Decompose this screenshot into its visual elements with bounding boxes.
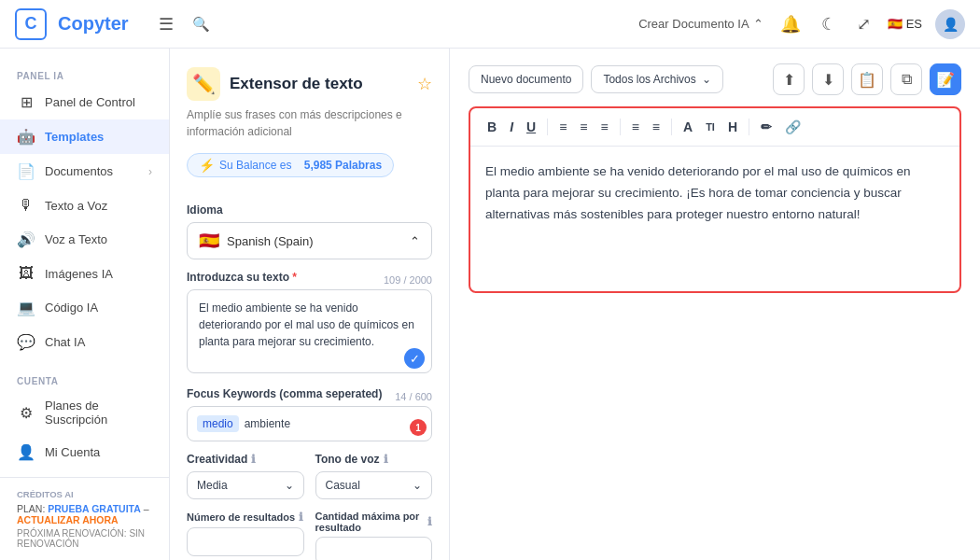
- sidebar-label-mi-cuenta: Mi Cuenta: [45, 445, 152, 459]
- sidebar: PANEL IA ⊞ Panel de Control 🤖 Templates …: [0, 49, 170, 560]
- kw-badge: 1: [410, 419, 427, 436]
- sidebar-item-panel-control[interactable]: ⊞ Panel de Control: [0, 85, 169, 119]
- keywords-input[interactable]: medio ambiente: [187, 406, 432, 441]
- sidebar-label-documentos: Documentos: [45, 164, 139, 178]
- speaker-icon: 🔊: [17, 231, 35, 248]
- menu-icon[interactable]: ☰: [155, 10, 177, 38]
- lang-value: Spanish (Spain): [227, 234, 314, 248]
- text-input-wrap: El medio ambiente se ha venido deteriora…: [187, 289, 432, 376]
- chevron-down-icon: ⌄: [285, 479, 294, 492]
- sidebar-item-texto-voz[interactable]: 🎙 Texto a Voz: [0, 189, 169, 222]
- text-field-row: Introduzca su texto * 109 / 2000: [187, 271, 432, 289]
- create-doc-icon-btn[interactable]: 📝: [930, 63, 961, 95]
- link-button[interactable]: 🔗: [781, 118, 805, 136]
- mic-icon: 🎙: [17, 197, 35, 214]
- plan-free-link[interactable]: PRUEBA GRATUITA: [48, 503, 141, 514]
- idioma-select[interactable]: 🇪🇸 Spanish (Spain) ⌃: [187, 222, 432, 259]
- renovacion-text: PRÓXIMA RENOVACIÓN: SIN RENOVACIÓN: [17, 528, 152, 549]
- kw-counter: 14 / 600: [395, 391, 432, 402]
- creatividad-label: Creatividad ℹ: [187, 453, 304, 466]
- font-size-button[interactable]: TΙ: [702, 119, 719, 134]
- upload-icon-btn[interactable]: ⬆: [773, 63, 805, 95]
- underline-button[interactable]: U: [523, 118, 539, 136]
- keyword-tag: medio: [197, 415, 239, 432]
- cuenta-label: CUENTA: [0, 369, 169, 390]
- sidebar-item-templates[interactable]: 🤖 Templates: [0, 119, 169, 154]
- panel-ia-label: PANEL IA: [0, 63, 169, 85]
- divider: [620, 119, 621, 135]
- image-icon: 🖼: [17, 265, 35, 282]
- tono-info-icon: ℹ: [384, 453, 388, 466]
- pen-button[interactable]: ✏: [757, 118, 776, 136]
- tono-field: Tono de voz ℹ Casual ⌄: [315, 453, 433, 499]
- sidebar-item-mi-cuenta[interactable]: 👤 Mi Cuenta: [0, 435, 169, 469]
- creatividad-select[interactable]: Media ⌄: [187, 471, 304, 499]
- language-selector[interactable]: 🇪🇸 ES: [888, 17, 922, 31]
- sidebar-label-texto-voz: Texto a Voz: [45, 199, 152, 213]
- spain-flag-icon: 🇪🇸: [199, 231, 219, 251]
- credits-section: CRÉDITOS AI PLAN: PRUEBA GRATUITA – ACTU…: [0, 477, 169, 560]
- resultados-input[interactable]: 1: [187, 527, 304, 556]
- chat-icon: 💬: [17, 333, 35, 351]
- sidebar-item-documentos[interactable]: 📄 Documentos ›: [0, 154, 169, 189]
- code-icon: 💻: [17, 299, 35, 316]
- grid-icon: ⊞: [17, 93, 35, 111]
- sidebar-label-chat-ia: Chat IA: [45, 335, 152, 349]
- star-icon[interactable]: ☆: [417, 74, 432, 94]
- todos-archivos-label: Todos los Archivos: [603, 73, 695, 86]
- kw-label: Focus Keywords (comma seperated): [187, 387, 382, 400]
- tono-select[interactable]: Casual ⌄: [315, 471, 433, 499]
- actualizar-link[interactable]: ACTUALIZAR AHORA: [17, 514, 119, 525]
- font-color-button[interactable]: A: [679, 118, 696, 136]
- check-icon: ✓: [404, 348, 425, 369]
- num-fields-row: Número de resultados ℹ 1 Cantidad máxima…: [187, 511, 432, 560]
- moon-icon[interactable]: ☾: [818, 10, 840, 38]
- duplicate-icon-btn[interactable]: ⧉: [890, 63, 922, 95]
- balance-badge: ⚡ Su Balance es 5,985 Palabras: [187, 153, 394, 177]
- ai-icon: 🤖: [17, 128, 35, 146]
- chevron-down-icon: ⌄: [702, 73, 711, 86]
- align-left-button[interactable]: ≡: [555, 118, 570, 136]
- copy-icon-btn[interactable]: 📋: [851, 63, 883, 95]
- list-ordered-button[interactable]: ≡: [649, 118, 664, 136]
- align-center-button[interactable]: ≡: [576, 118, 591, 136]
- sidebar-label-voz-texto: Voz a Texto: [45, 232, 152, 246]
- bell-icon[interactable]: 🔔: [777, 10, 805, 38]
- logo-text: Copyter: [58, 13, 129, 35]
- text-label: Introduzca su texto *: [187, 271, 297, 284]
- chevron-up-icon: ⌃: [753, 17, 763, 31]
- sidebar-item-planes[interactable]: ⚙ Planes de Suscripción: [0, 390, 169, 435]
- align-right-button[interactable]: ≡: [596, 118, 611, 136]
- search-icon[interactable]: 🔍: [189, 12, 214, 36]
- sidebar-item-imagenes-ia[interactable]: 🖼 Imágenes IA: [0, 257, 169, 290]
- sidebar-label-codigo-ia: Código IA: [45, 301, 152, 315]
- idioma-label: Idioma: [187, 203, 432, 217]
- italic-button[interactable]: I: [506, 118, 517, 136]
- fullscreen-icon[interactable]: ⤢: [853, 10, 875, 38]
- list-button[interactable]: ≡: [628, 118, 643, 136]
- nuevo-documento-select[interactable]: Nuevo documento: [469, 65, 583, 93]
- sidebar-label-imagenes-ia: Imágenes IA: [45, 267, 152, 281]
- sidebar-item-chat-ia[interactable]: 💬 Chat IA: [0, 325, 169, 359]
- text-input[interactable]: El medio ambiente se ha venido deteriora…: [187, 289, 432, 373]
- settings-icon: ⚙: [17, 404, 35, 422]
- center-panel: ✏️ Extensor de texto ☆ Amplíe sus frases…: [170, 49, 450, 560]
- sidebar-label-panel-control: Panel de Control: [45, 95, 152, 109]
- sidebar-item-voz-texto[interactable]: 🔊 Voz a Texto: [0, 222, 169, 257]
- cantidad-input[interactable]: 30: [315, 537, 433, 560]
- crear-documento-button[interactable]: Crear Documento IA ⌃: [638, 17, 763, 31]
- avatar[interactable]: 👤: [935, 9, 965, 39]
- editor-content: El medio ambiente se ha venido deteriora…: [470, 147, 959, 241]
- sidebar-item-codigo-ia[interactable]: 💻 Código IA: [0, 290, 169, 325]
- topnav: C Copyter ☰ 🔍 Crear Documento IA ⌃ 🔔 ☾ ⤢…: [0, 0, 980, 49]
- heading-button[interactable]: H: [724, 118, 741, 136]
- download-icon-btn[interactable]: ⬇: [812, 63, 844, 95]
- sidebar-label-templates: Templates: [45, 130, 152, 144]
- todos-archivos-select[interactable]: Todos los Archivos ⌄: [591, 65, 722, 93]
- resultados-label: Número de resultados ℹ: [187, 511, 304, 524]
- tono-label: Tono de voz ℹ: [315, 453, 433, 466]
- divider: [749, 119, 749, 135]
- divider: [671, 119, 672, 135]
- right-panel: Nuevo documento Todos los Archivos ⌄ ⬆ ⬇…: [450, 49, 980, 560]
- bold-button[interactable]: B: [483, 118, 500, 136]
